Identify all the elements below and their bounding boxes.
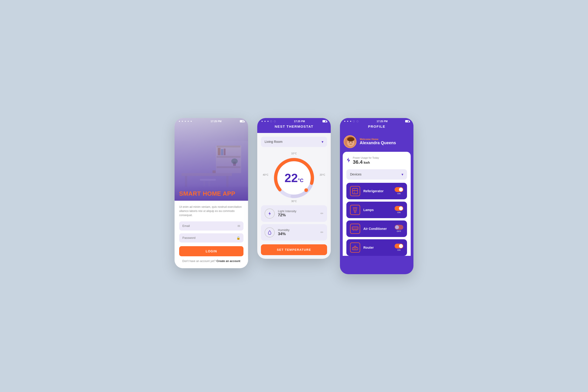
hero-content: SMART HOME APP (179, 190, 235, 197)
svg-point-43 (355, 248, 355, 249)
avatar (344, 135, 356, 148)
signup-prompt: Don't have an account yet? Create an acc… (179, 260, 244, 263)
thermostat-header: ● ● ● ◌ ◌ 17:25 PM NEST THERMOSTAT (257, 118, 331, 133)
svg-point-27 (348, 138, 354, 142)
edit-icon[interactable]: ✏ (320, 211, 324, 216)
ac-toggle-area: OFF (394, 225, 403, 232)
time-display-3: 17:25 PM (377, 120, 388, 123)
battery-indicator (240, 120, 244, 122)
temp-label-10: 10°C (291, 152, 297, 155)
welcome-text: Welcome Home (360, 138, 396, 140)
humidity-value: 34% (278, 232, 290, 236)
lock-icon: 🔒 (236, 236, 240, 240)
router-toggle-area: ON (394, 244, 403, 251)
power-lightning-icon (346, 157, 350, 164)
lightning-icon (264, 208, 275, 218)
login-form-section: Ut enim ad minim veniam, quis nostrud ex… (174, 201, 248, 268)
battery-indicator-2 (322, 120, 326, 122)
svg-rect-29 (352, 188, 358, 194)
device-router: Router ON (346, 239, 407, 256)
profile-info: Welcome Home Alexandra Queens (360, 138, 396, 145)
login-subtitle: Ut enim ad minim veniam, quis nostrud ex… (179, 205, 244, 217)
thermostat-title: NEST THERMOSTAT (257, 124, 331, 129)
power-label: Power Usage for Today (353, 156, 379, 159)
info-cards: Light Intensity 72% ✏ Humidity 34% ✏ (261, 205, 327, 241)
power-usage-row: Power Usage for Today 36.4 kwh (346, 156, 407, 166)
signal-dots-2: ● ● ● ◌ ◌ (262, 120, 276, 122)
password-input[interactable] (182, 236, 236, 240)
time-display: 17:25 PM (210, 120, 222, 123)
login-hero: ● ● ● ● ● 17:25 PM SMART HOME APP (174, 118, 248, 201)
login-button[interactable]: LOGIN (179, 246, 244, 256)
svg-point-25 (349, 142, 350, 142)
devices-label: Devices (350, 172, 362, 176)
edit-humidity-icon[interactable]: ✏ (320, 230, 324, 234)
device-refrigerator: Referigerator ON (346, 183, 407, 199)
signal-dots-3: ● ● ● ◌ ◌ (344, 120, 359, 122)
ac-toggle[interactable] (394, 225, 403, 230)
screen-profile: ● ● ● ◌ ◌ 17:25 PM PROFILE (340, 118, 414, 274)
router-icon (350, 242, 360, 252)
device-air-conditioner: Air Conditioner OFF (346, 220, 407, 237)
humidity-card: Humidity 34% ✏ (261, 224, 327, 241)
room-name: Living Room (264, 140, 282, 144)
power-value: 36.4 (353, 159, 363, 165)
power-value-row: 36.4 kwh (353, 159, 379, 165)
signal-dots: ● ● ● ● ● (179, 120, 192, 122)
ac-icon (350, 224, 360, 234)
profile-header: ● ● ● ◌ ◌ 17:25 PM PROFILE (340, 118, 414, 133)
user-name: Alexandra Queens (360, 140, 396, 145)
battery-indicator-3 (405, 120, 409, 122)
screens-container: ● ● ● ● ● 17:25 PM SMART HOME APP Ut eni… (174, 118, 414, 274)
password-input-group[interactable]: 🔒 (179, 233, 244, 242)
set-temperature-button[interactable]: SET TEMPERATURE (261, 244, 327, 255)
email-input[interactable] (182, 224, 238, 228)
light-label: Light Intensity (278, 210, 296, 213)
temp-unit: °C (298, 178, 304, 183)
profile-user-row: Welcome Home Alexandra Queens (340, 133, 414, 152)
thermostat-body: Living Room ▾ 10°C 40°C 20°C 30°C (257, 133, 331, 259)
lamps-label: Lamps (363, 208, 374, 212)
ac-status: OFF (397, 230, 401, 232)
refrigerator-label: Referigerator (363, 189, 384, 193)
svg-point-20 (304, 188, 308, 192)
power-unit: kwh (364, 161, 370, 164)
svg-point-42 (354, 248, 354, 249)
time-display-2: 17:25 PM (294, 120, 305, 123)
temp-label-40: 40°C (263, 174, 268, 176)
chevron-down-icon: ▾ (322, 140, 324, 144)
devices-selector[interactable]: Devices ▾ (346, 169, 407, 180)
light-info: Light Intensity 72% (278, 210, 296, 218)
hero-overlay (174, 118, 248, 201)
status-bar-2: ● ● ● ◌ ◌ 17:25 PM (257, 118, 331, 124)
svg-point-34 (354, 208, 356, 210)
temp-value: 22 (284, 171, 298, 185)
create-account-link[interactable]: Create an account (216, 260, 240, 263)
app-title: SMART HOME APP (179, 190, 235, 197)
svg-marker-21 (268, 212, 271, 216)
light-intensity-card: Light Intensity 72% ✏ (261, 205, 327, 222)
status-bar-1: ● ● ● ● ● 17:25 PM (174, 118, 248, 124)
device-lamps: Lamps ON (346, 202, 407, 218)
status-bar-3: ● ● ● ◌ ◌ 17:25 PM (340, 118, 414, 124)
lamps-toggle[interactable] (394, 206, 403, 211)
screen-thermostat: ● ● ● ◌ ◌ 17:25 PM NEST THERMOSTAT Livin… (257, 118, 331, 259)
email-icon: ✉ (238, 224, 240, 228)
svg-point-26 (352, 142, 352, 142)
profile-title: PROFILE (340, 124, 414, 131)
droplet-icon (264, 227, 275, 238)
power-info: Power Usage for Today 36.4 kwh (353, 156, 379, 165)
devices-chevron-icon: ▾ (402, 172, 403, 176)
router-toggle[interactable] (394, 244, 403, 248)
room-selector[interactable]: Living Room ▾ (261, 137, 327, 147)
refrigerator-toggle[interactable] (394, 187, 403, 192)
screen-login: ● ● ● ● ● 17:25 PM SMART HOME APP Ut eni… (174, 118, 248, 268)
thermostat-dial-container[interactable]: 10°C 40°C 20°C 30°C 22°C (261, 152, 327, 204)
lamps-toggle-area: ON (394, 206, 403, 214)
light-value: 72% (278, 213, 296, 218)
svg-marker-28 (347, 158, 350, 162)
refrigerator-status: ON (397, 192, 401, 195)
lamps-status: ON (397, 211, 401, 214)
email-input-group[interactable]: ✉ (179, 222, 244, 230)
humidity-label: Humidity (278, 228, 290, 232)
